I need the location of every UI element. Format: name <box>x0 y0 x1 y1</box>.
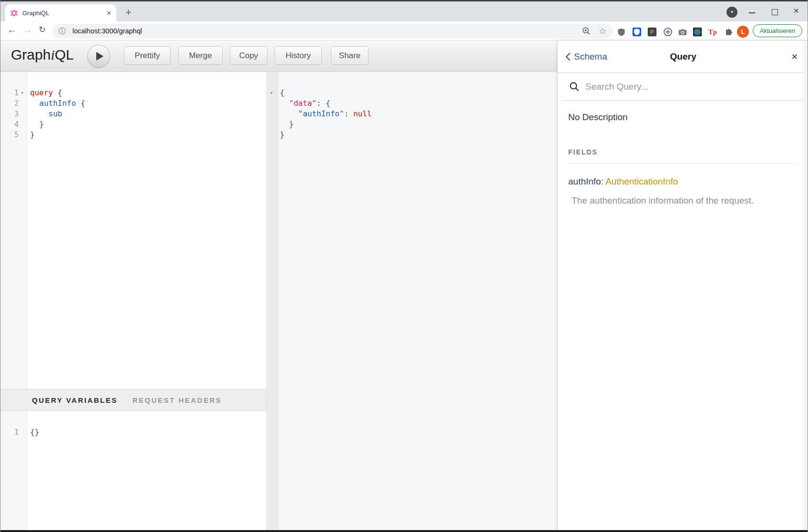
graphiql-topbar: GraphiQL Prettify Merge Copy History Sha… <box>0 41 557 72</box>
tab-strip: GraphiQL ✕ + ▼ ✕ <box>0 1 808 21</box>
result-json: { "data": { "authInfo": null }} <box>280 88 372 140</box>
bookmark-star-icon[interactable]: ☆ <box>597 26 608 36</box>
query-code[interactable]: query { authInfo { sub }} <box>30 88 85 140</box>
graphql-favicon-icon <box>10 9 18 17</box>
query-editor-gutter: 12345 ▾ <box>0 72 27 389</box>
chevron-left-icon <box>565 52 571 61</box>
doc-close-icon[interactable]: ✕ <box>791 51 798 61</box>
result-fold-gutter: ▾ <box>267 72 278 530</box>
tab-title: GraphiQL <box>22 10 106 17</box>
doc-search-input[interactable] <box>584 81 791 92</box>
forward-icon[interactable]: → <box>23 24 32 35</box>
move-tool-icon[interactable] <box>662 26 674 38</box>
tab-request-headers[interactable]: REQUEST HEADERS <box>133 396 222 404</box>
graphiql-logo: GraphiQL <box>11 47 74 63</box>
taskbar-edge <box>0 530 808 532</box>
variables-editor-gutter: 1 <box>0 411 27 530</box>
svg-text:P: P <box>650 29 654 35</box>
tab-close-icon[interactable]: ✕ <box>106 10 112 17</box>
result-viewer: ▾ { "data": { "authInfo": null }} <box>266 72 557 530</box>
browser-tab[interactable]: GraphiQL ✕ <box>5 4 116 21</box>
browser-window: GraphiQL ✕ + ▼ ✕ ← → ↻ ⓘ ☆ P <box>0 0 808 532</box>
fields-section-title: FIELDS <box>568 148 798 164</box>
tp-extension-icon[interactable]: Tp <box>707 26 718 38</box>
back-icon[interactable]: ← <box>7 24 17 35</box>
browser-menu-icon[interactable]: ⋮ <box>804 25 808 34</box>
reload-icon[interactable]: ↻ <box>39 24 46 35</box>
field-description: The authentication information of the re… <box>568 195 798 206</box>
window-close-button[interactable]: ✕ <box>793 7 799 15</box>
bitwarden-icon[interactable] <box>631 26 643 38</box>
copy-button[interactable]: Copy <box>230 46 267 65</box>
search-icon <box>569 82 580 92</box>
extensions-puzzle-icon[interactable] <box>723 26 734 38</box>
maximize-button[interactable] <box>772 9 778 15</box>
execute-query-button[interactable] <box>87 45 110 68</box>
field-type-link[interactable]: AuthenticationInfo <box>605 176 678 186</box>
fold-arrow-icon[interactable]: ▾ <box>21 90 23 95</box>
line-numbers: 12345 <box>0 88 19 140</box>
line-numbers: 1 <box>0 427 19 438</box>
history-button[interactable]: History <box>275 46 322 65</box>
field-separator: : <box>601 176 606 186</box>
tab-query-variables[interactable]: QUERY VARIABLES <box>32 396 118 404</box>
doc-explorer-panel: Schema Query ✕ No Description FIELDS aut… <box>557 41 808 530</box>
doc-back-label: Schema <box>574 51 607 62</box>
doc-explorer-header: Schema Query ✕ <box>558 41 808 73</box>
address-bar[interactable]: ⓘ <box>52 24 613 38</box>
doc-content: No Description FIELDS authInfo: Authenti… <box>558 112 808 206</box>
url-input[interactable] <box>72 27 502 35</box>
field-row: authInfo: AuthenticationInfo <box>568 176 798 187</box>
query-editor[interactable]: 12345 ▾ query { authInfo { sub }} <box>0 72 266 389</box>
screenshot-camera-icon[interactable] <box>677 26 688 38</box>
search-underline <box>563 100 804 101</box>
query-variables-editor[interactable]: 1 {} <box>0 411 266 530</box>
minimize-button[interactable] <box>749 12 755 13</box>
share-button[interactable]: Share <box>331 46 368 65</box>
new-tab-button[interactable]: + <box>125 6 132 19</box>
browser-toolbar: ← → ↻ ⓘ ☆ P <box>0 21 808 41</box>
ublock-origin-icon[interactable] <box>615 26 627 38</box>
site-info-icon[interactable]: ⓘ <box>59 27 66 36</box>
doc-search-row <box>558 73 808 101</box>
profile-avatar[interactable]: L <box>737 26 749 38</box>
variables-code[interactable]: {} <box>30 427 39 438</box>
doc-back-link[interactable]: Schema <box>565 51 607 62</box>
doc-scrollbar[interactable] <box>804 41 808 530</box>
react-devtools-icon[interactable] <box>692 26 703 38</box>
field-name-link[interactable]: authInfo <box>568 176 601 186</box>
merge-button[interactable]: Merge <box>178 46 223 65</box>
variables-tab-bar: QUERY VARIABLES REQUEST HEADERS <box>0 389 266 411</box>
p-extension-icon[interactable]: P <box>646 26 658 38</box>
update-browser-button[interactable]: Aktualisieren <box>753 24 802 37</box>
fold-arrow-icon[interactable]: ▾ <box>270 90 273 95</box>
zoom-lens-icon[interactable] <box>581 26 592 36</box>
type-description: No Description <box>568 112 798 123</box>
prettify-button[interactable]: Prettify <box>124 46 171 65</box>
play-icon <box>96 52 103 61</box>
chrome-status-icon[interactable]: ▼ <box>726 7 737 18</box>
